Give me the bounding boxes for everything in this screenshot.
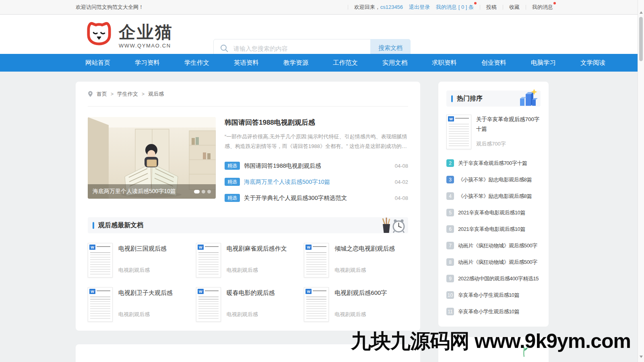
site-logo[interactable]: 企业猫 WWW.QYMAO.CN	[85, 20, 173, 49]
article-list-item[interactable]: 精选 海底两万里个人读后感500字10篇 04-02	[225, 174, 408, 190]
nav-item-english[interactable]: 英语资料	[229, 59, 264, 67]
watermark: 九块九源码网 www.9k9ym.com	[351, 328, 631, 355]
breadcrumb: 首页 > 学生作文 > 观后感	[88, 82, 408, 107]
welcome-text: 欢迎访问范文狗范文大全网！	[76, 4, 144, 11]
nav-item-study[interactable]: 学习资料	[130, 59, 165, 67]
hot-ranking-title: 热门排序	[457, 95, 483, 103]
hot-rank-item[interactable]: 5 2021辛亥革命电影观后感10篇	[446, 204, 541, 221]
nav-item-job[interactable]: 求职资料	[427, 59, 462, 67]
featured-article: 韩国请回答1988电视剧观后感 “一部作品评价很高,无外乎几个原因:揭示时代特征…	[225, 117, 408, 206]
hot-rank-item[interactable]: 7 动画片《疯狂动物城》观后感500字	[446, 237, 541, 254]
featured-article-title[interactable]: 韩国请回答1988电视剧观后感	[225, 118, 408, 127]
doc-card[interactable]: W 暖春电影的观后感 电视剧观后感	[196, 287, 300, 322]
doc-card[interactable]: W 倾城之恋电视剧观后感 电视剧观后感	[304, 243, 408, 278]
site-header: 企业猫 WWW.QYMAO.CN 搜索文档	[0, 15, 638, 54]
search-icon	[220, 44, 229, 53]
hot-rank-item[interactable]: 4 《小孩不笨》励志电影观后感8篇	[446, 188, 541, 204]
hot-rank-title-text: 《小孩不笨》励志电影观后感8篇	[458, 176, 532, 183]
hot-rank-title-text: 辛亥革命小学生观后感10篇	[458, 308, 519, 315]
scrollbar-down-arrow-icon[interactable]	[640, 356, 643, 358]
featured-article-list: 精选 韩国请回答1988电视剧观后感 04-08 精选 海底两万里个人读后感50…	[225, 158, 408, 206]
nav-item-teaching[interactable]: 教学资源	[279, 59, 313, 67]
logout-link[interactable]: 退出登录	[409, 4, 430, 11]
hot-rank-item[interactable]: 11 辛亥革命小学生观后感10篇	[446, 303, 541, 320]
hot-rank-item[interactable]: 10 辛亥革命小学生观后感10篇	[446, 287, 541, 303]
hot-rank-title-text: 辛亥革命小学生观后感10篇	[458, 292, 519, 299]
breadcrumb-separator: >	[111, 91, 114, 97]
doc-category: 电视剧观后感	[334, 267, 395, 274]
word-doc-icon: W	[305, 245, 312, 250]
site-name: 企业猫	[119, 22, 173, 42]
breadcrumb-current: 观后感	[148, 90, 164, 98]
article-list-item[interactable]: 精选 关于开学典礼个人观后感300字精选范文 04-08	[225, 190, 408, 206]
doc-card[interactable]: W 电视剧卫子夫观后感 电视剧观后感	[88, 287, 192, 322]
breadcrumb-home[interactable]: 首页	[97, 90, 107, 98]
featured-badge: 精选	[225, 194, 240, 202]
article-date: 04-08	[390, 163, 408, 169]
carousel-dot[interactable]	[202, 190, 205, 193]
favorites-link[interactable]: 收藏	[509, 4, 520, 11]
carousel-dot[interactable]	[207, 190, 211, 193]
nav-item-literature[interactable]: 文学阅读	[576, 59, 610, 67]
word-doc-icon: W	[448, 116, 454, 121]
hot-rank-item[interactable]: 8 动画片《疯狂动物城》观后感500字	[446, 254, 541, 270]
search-input[interactable]	[229, 45, 370, 52]
notification-dot-icon	[553, 2, 556, 4]
carousel[interactable]: 海底两万里个人读后感500字10篇	[88, 117, 216, 199]
my-messages-wrap: 我的消息	[532, 4, 553, 11]
doc-thumbnail: W	[304, 243, 329, 278]
doc-title: 倾城之恋电视剧观后感	[334, 245, 395, 253]
hot-rank-item[interactable]: 2 关于辛亥革命观后感700字十篇	[446, 155, 541, 171]
nav-item-student-essay[interactable]: 学生作文	[180, 59, 214, 67]
ranking-podium-icon	[518, 88, 539, 107]
divider	[526, 5, 526, 10]
hot-ranking-panel: 热门排序 W 关于辛亥革命观后感700字十篇 观后感700字	[438, 82, 549, 327]
word-doc-icon: W	[198, 289, 204, 294]
carousel-dot[interactable]	[194, 190, 200, 193]
scrollbar-thumb[interactable]	[639, 17, 643, 61]
nav-item-startup[interactable]: 创业资料	[477, 59, 511, 67]
nav-item-computer[interactable]: 电脑学习	[526, 59, 561, 67]
my-messages-link[interactable]: 我的消息	[532, 4, 553, 10]
hot-rank-item[interactable]: 6 2021辛亥革命电影观后感10篇	[446, 221, 541, 237]
site-url: WWW.QYMAO.CN	[119, 43, 173, 49]
divider	[348, 5, 348, 10]
hot-rank-title-text: 动画片《疯狂动物城》观后感500字	[458, 259, 537, 266]
doc-card[interactable]: W 电视剧观后感600字 电视剧观后感	[304, 287, 408, 322]
rank-badge: 6	[446, 225, 454, 233]
hot-rank-item[interactable]: 3 《小孩不笨》励志电影观后感8篇	[446, 171, 541, 188]
divider	[503, 5, 503, 10]
article-title: 韩国请回答1988电视剧观后感	[244, 162, 321, 170]
nav-item-practical[interactable]: 实用文档	[378, 59, 412, 67]
username-link[interactable]: cs123456	[380, 4, 403, 10]
nav-item-home[interactable]: 网站首页	[80, 59, 115, 67]
rank-badge: 11	[446, 308, 454, 315]
scrollbar	[638, 0, 644, 362]
scrollbar-up-arrow-icon[interactable]	[640, 11, 643, 14]
word-doc-icon: W	[198, 245, 204, 250]
hot-rank-top-item[interactable]: W 关于辛亥革命观后感700字十篇 观后感700字	[446, 115, 541, 149]
breadcrumb-separator: >	[142, 91, 144, 97]
nav-item-work-docs[interactable]: 工作范文	[328, 59, 363, 67]
breadcrumb-student-essay[interactable]: 学生作文	[117, 90, 138, 98]
article-list-item[interactable]: 精选 韩国请回答1988电视剧观后感 04-08	[225, 158, 408, 174]
doc-category: 观后感700字	[476, 140, 541, 148]
hot-rank-item[interactable]: 9 2022感动中国的观后感400字精选15	[446, 270, 541, 287]
latest-docs-section-header: 观后感最新文档	[88, 217, 408, 233]
doc-thumbnail: W	[88, 243, 113, 278]
doc-thumbnail: W	[196, 243, 221, 278]
hot-ranking-header: 热门排序	[446, 90, 541, 107]
featured-section: 海底两万里个人读后感500字10篇 韩国请回答1988电视剧观后感 “一部作品评…	[88, 117, 408, 206]
doc-title: 电视剧麻雀观后感作文	[227, 245, 287, 253]
featured-badge: 精选	[225, 178, 240, 186]
submit-post-link[interactable]: 投稿	[486, 4, 497, 11]
doc-card[interactable]: W 电视剧三国观后感 电视剧观后感	[88, 243, 192, 278]
messages-count-link[interactable]: 我的消息 [ 0 ] 条	[436, 4, 474, 10]
doc-card[interactable]: W 电视剧麻雀观后感作文 电视剧观后感	[196, 243, 300, 278]
cat-logo-icon	[85, 20, 114, 46]
rank-badge: 9	[446, 275, 454, 282]
main-nav: 网站首页 学习资料 学生作文 英语资料 教学资源 工作范文 实用文档 求职资料 …	[0, 54, 638, 72]
rank-badge: 3	[446, 176, 454, 183]
divider	[480, 5, 480, 10]
hot-rank-title-text: 2021辛亥革命电影观后感10篇	[458, 209, 525, 216]
